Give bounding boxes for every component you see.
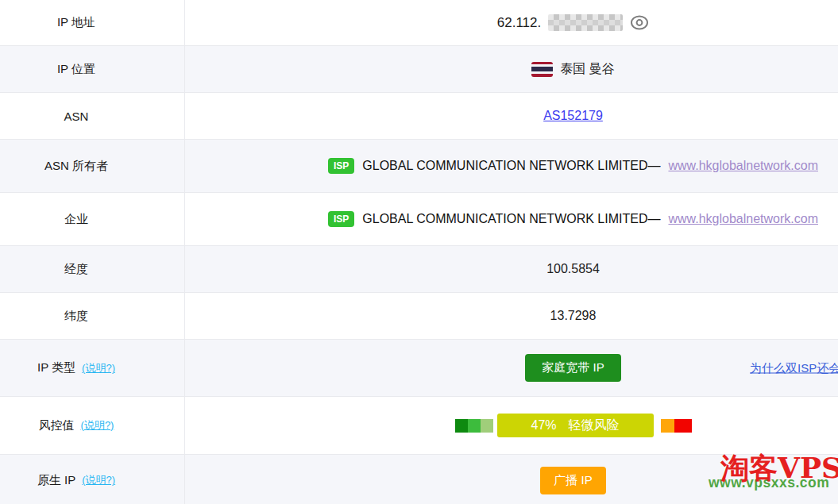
row-label: IP 位置 [57, 62, 95, 77]
broadcast-ip-badge: 广播 IP [540, 467, 605, 494]
risk-segment-mid [481, 419, 493, 433]
row-label: ASN [64, 110, 89, 123]
table-row-latitude: 纬度 13.7298 [0, 293, 838, 340]
label-cell: IP 位置 [0, 46, 185, 92]
home-broadband-badge: 家庭宽带 IP [525, 354, 620, 382]
row-label: 经度 [64, 262, 88, 277]
ip-address-value: 62.112. [497, 14, 649, 31]
masked-ip-segment [548, 14, 623, 31]
table-row-ip-address: IP 地址 62.112. [0, 0, 838, 46]
value-cell: 62.112. [185, 0, 838, 45]
explain-link[interactable]: (说明?) [82, 361, 115, 375]
label-cell: 风控值 (说明?) [0, 397, 185, 454]
value-cell: 47% 轻微风险 [185, 397, 838, 454]
ip-location-value: 泰国 曼谷 [531, 61, 614, 78]
latitude-value: 13.7298 [550, 309, 597, 323]
risk-score-badge: 47% 轻微风险 [497, 414, 654, 437]
enterprise-value: ISP GLOBAL COMMUNICATION NETWORK LIMITED… [328, 211, 818, 227]
table-row-ip-location: IP 位置 泰国 曼谷 [0, 46, 838, 93]
company-name: GLOBAL COMMUNICATION NETWORK LIMITED— [362, 159, 660, 173]
asn-link[interactable]: AS152179 [543, 109, 603, 123]
value-cell: 13.7298 [185, 293, 838, 339]
table-row-asn: ASN AS152179 [0, 93, 838, 140]
label-cell: ASN [0, 93, 185, 139]
label-cell: 原生 IP (说明?) [0, 455, 185, 504]
table-row-enterprise: 企业 ISP GLOBAL COMMUNICATION NETWORK LIMI… [0, 193, 838, 246]
value-cell: AS152179 [185, 93, 838, 139]
table-row-native-ip: 原生 IP (说明?) 广播 IP [0, 455, 838, 504]
row-label: 企业 [64, 212, 88, 227]
row-label: ASN 所有者 [44, 159, 108, 174]
explain-link[interactable]: (说明?) [82, 473, 115, 487]
company-website-link[interactable]: www.hkglobalnetwork.com [668, 159, 818, 173]
thailand-flag-icon [531, 62, 553, 77]
dual-isp-question-link[interactable]: 为什么双ISP还会显 [750, 360, 838, 375]
table-row-longitude: 经度 100.5854 [0, 246, 838, 293]
risk-level-label: 轻微风险 [569, 417, 620, 434]
row-label: 原生 IP [37, 473, 75, 488]
risk-segment-severe [674, 419, 692, 433]
value-cell: ISP GLOBAL COMMUNICATION NETWORK LIMITED… [185, 140, 838, 192]
ip-address-prefix: 62.112. [497, 15, 541, 31]
value-cell: 广播 IP [185, 455, 838, 504]
company-website-link[interactable]: www.hkglobalnetwork.com [668, 212, 818, 226]
table-row-asn-owner: ASN 所有者 ISP GLOBAL COMMUNICATION NETWORK… [0, 140, 838, 193]
value-cell: 100.5854 [185, 246, 838, 292]
risk-segment-low [455, 419, 468, 433]
company-name: GLOBAL COMMUNICATION NETWORK LIMITED— [362, 212, 660, 226]
row-label: 风控值 [39, 418, 75, 433]
row-label: IP 地址 [57, 15, 95, 30]
label-cell: 企业 [0, 193, 185, 245]
label-cell: IP 地址 [0, 0, 185, 45]
location-text: 泰国 曼谷 [560, 61, 614, 78]
label-cell: ASN 所有者 [0, 140, 185, 192]
longitude-value: 100.5854 [546, 262, 600, 276]
asn-owner-value: ISP GLOBAL COMMUNICATION NETWORK LIMITED… [328, 158, 818, 174]
risk-segment-high [661, 419, 674, 433]
label-cell: 经度 [0, 246, 185, 292]
risk-percent: 47% [531, 418, 556, 433]
explain-link[interactable]: (说明?) [81, 418, 114, 433]
value-cell: 家庭宽带 IP 为什么双ISP还会显 [185, 340, 838, 396]
row-label: 纬度 [64, 309, 88, 324]
isp-badge: ISP [328, 158, 354, 174]
ip-quality-report: IP 地址 62.112. IP 位置 [0, 0, 838, 504]
table-row-ip-type: IP 类型 (说明?) 家庭宽带 IP 为什么双ISP还会显 [0, 340, 838, 397]
value-cell: 泰国 曼谷 [185, 46, 838, 92]
table-row-risk-value: 风控值 (说明?) 47% 轻微风险 [0, 397, 838, 455]
ip-info-table: IP 地址 62.112. IP 位置 [0, 0, 838, 504]
row-label: IP 类型 [37, 360, 75, 375]
eye-icon[interactable] [630, 15, 649, 30]
label-cell: 纬度 [0, 293, 185, 339]
risk-meter: 47% 轻微风险 [455, 414, 692, 437]
label-cell: IP 类型 (说明?) [0, 340, 185, 396]
value-cell: ISP GLOBAL COMMUNICATION NETWORK LIMITED… [185, 193, 838, 245]
isp-badge: ISP [328, 211, 354, 227]
risk-segment-low-mid [468, 419, 481, 433]
